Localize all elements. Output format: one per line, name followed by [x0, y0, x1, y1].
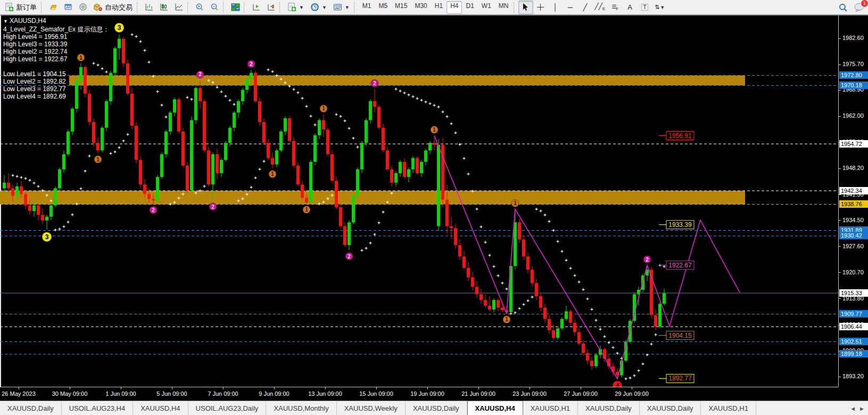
timeframe-h4[interactable]: H4: [447, 1, 462, 14]
price-level-label: 1930.42: [839, 232, 868, 239]
tab-scroll-right-icon[interactable]: ►: [859, 405, 865, 412]
svg-text:2: 2: [211, 204, 214, 210]
auto-trading-button[interactable]: 自动交易: [90, 1, 136, 14]
price-chart[interactable]: 1956.911933.391922.671904.151892.7731132…: [0, 15, 838, 387]
timeframe-group: M1M5M15M30H1H4D1W1MN: [359, 1, 512, 14]
svg-text:2: 2: [646, 257, 649, 263]
time-axis-label: 5 Jun 09:00: [143, 390, 201, 397]
price-tick-label: 1982.60: [842, 35, 864, 41]
text-tool[interactable]: A: [623, 1, 638, 14]
tile-windows-button[interactable]: [228, 1, 243, 14]
fibonacci-tool[interactable]: ☰F: [608, 1, 623, 14]
time-tick-mark: [530, 387, 530, 389]
add-indicator-icon: [287, 3, 296, 12]
svg-text:4: 4: [616, 382, 619, 387]
chart-tab-xauusd-daily[interactable]: XAUUSD,Daily: [406, 401, 467, 415]
price-axis[interactable]: 1982.601975.701968.901962.001955.101948.…: [838, 15, 868, 387]
chart-window-button[interactable]: [61, 1, 76, 14]
time-tick-mark: [478, 387, 479, 389]
chart-tab-xauusd-daily[interactable]: XAUUSD,Daily: [640, 401, 701, 415]
auto-scroll-button[interactable]: [249, 1, 263, 14]
svg-text:1: 1: [271, 171, 274, 177]
chart-shift-button[interactable]: [263, 1, 278, 14]
chart-tab-xauusd-weekly[interactable]: XAUUSD,Weekly: [337, 401, 406, 415]
candlestick-chart-button[interactable]: [156, 1, 171, 14]
templates-button[interactable]: ▼: [330, 1, 353, 14]
chat-icon[interactable]: 1: [854, 2, 865, 13]
crosshair-tool[interactable]: [533, 1, 548, 14]
search-icon[interactable]: [838, 3, 848, 13]
periods-button[interactable]: ▼: [307, 1, 330, 14]
timeframe-mn[interactable]: MN: [495, 1, 512, 14]
svg-text:2: 2: [373, 80, 376, 86]
price-tick-mark: [839, 246, 841, 247]
chart-tab-xauusd-daily[interactable]: XAUUSD,Daily: [0, 401, 62, 415]
timeframe-m30[interactable]: M30: [411, 1, 431, 14]
vertical-line-tool[interactable]: │: [548, 1, 563, 14]
trendline-tool[interactable]: ╱: [578, 1, 593, 14]
price-level-label: 1942.34: [839, 187, 868, 194]
time-tick-mark: [581, 387, 581, 389]
time-axis-label: 7 Jun 09:00: [194, 390, 252, 397]
zoom-out-button[interactable]: [207, 1, 222, 14]
gold-ingot-icon: [49, 3, 58, 12]
chart-tab-xauusd-h4[interactable]: XAUUSD,H4: [467, 401, 523, 415]
price-tick-mark: [839, 64, 841, 65]
line-chart-icon: [175, 3, 184, 12]
timeframe-w1[interactable]: W1: [478, 1, 495, 14]
add-indicator-button[interactable]: ▼: [284, 1, 307, 14]
price-tick-mark: [839, 298, 841, 299]
price-tick-mark: [839, 220, 841, 221]
toolbar-separator: [137, 2, 139, 13]
price-level-label: 1954.72: [839, 140, 868, 148]
templates-caret-icon: ▼: [345, 5, 350, 10]
price-tick-mark: [839, 194, 841, 195]
time-tick-mark: [121, 387, 121, 389]
bar-chart-button[interactable]: [142, 1, 156, 14]
chart-tab-xauusd-h4[interactable]: XAUUSD,H4: [133, 401, 188, 415]
zoom-in-button[interactable]: [192, 1, 207, 14]
chart-tab-usoil-aug23-h4[interactable]: USOIL.AUG23,H4: [62, 401, 134, 415]
tile-windows-icon: [231, 3, 240, 12]
timeframe-m15[interactable]: M15: [391, 1, 411, 14]
gold-ingot-button[interactable]: [46, 1, 61, 14]
svg-text:1: 1: [505, 316, 508, 322]
cursor-tool[interactable]: [518, 1, 533, 14]
chart-tab-usoil-aug23-daily[interactable]: USOIL.AUG23,Daily: [188, 401, 267, 415]
equidistant-channel-tool[interactable]: ╱╱E: [593, 1, 608, 14]
toolbar-separator: [514, 2, 516, 13]
timeframe-d1[interactable]: D1: [462, 1, 477, 14]
add-indicator-caret-icon: ▼: [299, 5, 304, 10]
time-tick-mark: [223, 387, 224, 389]
new-order-icon: [5, 3, 14, 12]
timeframe-m5[interactable]: M5: [375, 1, 391, 14]
chart-tab-xauusd-h1[interactable]: XAUUSD,H1: [701, 401, 756, 415]
time-axis[interactable]: 26 May 202330 May 09:001 Jun 09:005 Jun …: [0, 387, 838, 401]
time-tick-mark: [427, 387, 428, 389]
new-order-label: 新订单: [16, 3, 37, 12]
svg-text:1: 1: [79, 55, 82, 61]
price-tick-label: 1962.00: [842, 112, 864, 119]
broadcast-button[interactable]: [76, 1, 90, 14]
price-tick-mark: [839, 38, 841, 39]
price-tick-label: 1927.60: [842, 243, 864, 249]
chart-tab-xauusd-daily[interactable]: XAUUSD,Daily: [578, 401, 640, 415]
price-tick-mark: [839, 116, 841, 117]
line-chart-button[interactable]: [171, 1, 186, 14]
price-tick-mark: [839, 168, 841, 169]
horizontal-line-tool[interactable]: ─: [563, 1, 578, 14]
time-axis-label: 29 Jun 09:00: [602, 390, 661, 397]
chart-tab-xauusd-h1[interactable]: XAUUSD,H1: [523, 401, 578, 415]
timeframe-m1[interactable]: M1: [359, 1, 375, 14]
new-order-button[interactable]: 新订单: [2, 1, 40, 14]
text-label-tool[interactable]: T: [638, 1, 652, 14]
chart-canvas[interactable]: 1956.911933.391922.671904.151892.7731132…: [0, 15, 868, 401]
chart-tabs: XAUUSD,DailyUSOIL.AUG23,H4XAUUSD,H4USOIL…: [0, 401, 756, 415]
arrows-tool[interactable]: ⇅▼: [652, 1, 667, 14]
price-tick-mark: [839, 90, 841, 91]
svg-text:1: 1: [322, 105, 325, 111]
price-tick-mark: [839, 272, 841, 273]
timeframe-h1[interactable]: H1: [431, 1, 447, 14]
tab-scroll-left-icon[interactable]: ◄: [850, 405, 856, 412]
chart-tab-xauusd-monthly[interactable]: XAUUSD,Monthly: [266, 401, 336, 415]
